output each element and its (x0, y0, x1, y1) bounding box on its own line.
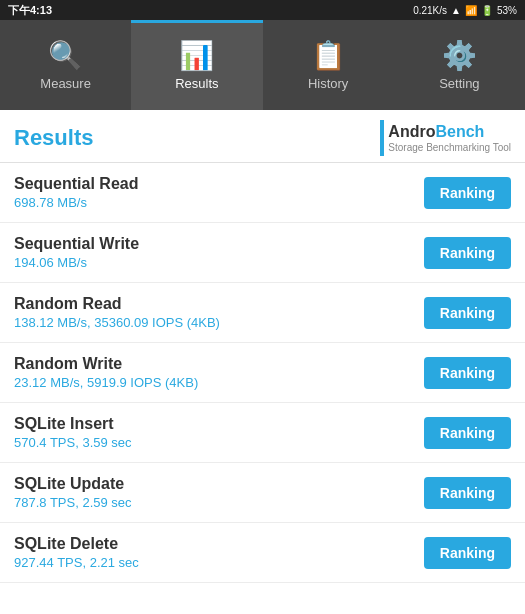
bench-info-2: Random Read 138.12 MB/s, 35360.09 IOPS (… (14, 295, 220, 330)
nav-label-setting: Setting (439, 76, 479, 91)
nav-label-history: History (308, 76, 348, 91)
bench-value-0: 698.78 MB/s (14, 195, 138, 210)
brand-andro: Andro (388, 123, 435, 140)
status-time: 下午4:13 (8, 3, 52, 18)
nav-label-measure: Measure (40, 76, 91, 91)
ranking-button-3[interactable]: Ranking (424, 357, 511, 389)
nav-item-measure[interactable]: 🔍 Measure (0, 20, 131, 110)
bench-value-4: 570.4 TPS, 3.59 sec (14, 435, 132, 450)
brand-name: AndroBench (388, 125, 484, 140)
bench-name-1: Sequential Write (14, 235, 139, 253)
bench-row: Random Write 23.12 MB/s, 5919.9 IOPS (4K… (0, 343, 525, 403)
bench-name-2: Random Read (14, 295, 220, 313)
nav-item-setting[interactable]: ⚙️ Setting (394, 20, 525, 110)
bench-value-1: 194.06 MB/s (14, 255, 139, 270)
bench-name-5: SQLite Update (14, 475, 132, 493)
bench-info-1: Sequential Write 194.06 MB/s (14, 235, 139, 270)
ranking-button-2[interactable]: Ranking (424, 297, 511, 329)
results-icon: 📊 (179, 42, 214, 70)
bench-name-3: Random Write (14, 355, 198, 373)
bench-row: SQLite Insert 570.4 TPS, 3.59 sec Rankin… (0, 403, 525, 463)
battery-pct: 53% (497, 5, 517, 16)
brand-bench: Bench (435, 123, 484, 140)
ranking-button-0[interactable]: Ranking (424, 177, 511, 209)
bench-info-0: Sequential Read 698.78 MB/s (14, 175, 138, 210)
bench-row: SQLite Delete 927.44 TPS, 2.21 sec Ranki… (0, 523, 525, 583)
bench-info-4: SQLite Insert 570.4 TPS, 3.59 sec (14, 415, 132, 450)
results-title: Results (14, 125, 93, 151)
ranking-button-1[interactable]: Ranking (424, 237, 511, 269)
brand-subtitle: Storage Benchmarking Tool (388, 142, 511, 154)
measure-icon: 🔍 (48, 42, 83, 70)
nav-bar: 🔍 Measure 📊 Results 📋 History ⚙️ Setting (0, 20, 525, 110)
brand-logo: AndroBench Storage Benchmarking Tool (380, 120, 511, 156)
ranking-button-6[interactable]: Ranking (424, 537, 511, 569)
bench-name-0: Sequential Read (14, 175, 138, 193)
results-header: Results AndroBench Storage Benchmarking … (0, 110, 525, 163)
nav-label-results: Results (175, 76, 218, 91)
bench-value-2: 138.12 MB/s, 35360.09 IOPS (4KB) (14, 315, 220, 330)
battery-icon: 🔋 (481, 5, 493, 16)
bench-info-5: SQLite Update 787.8 TPS, 2.59 sec (14, 475, 132, 510)
bench-value-3: 23.12 MB/s, 5919.9 IOPS (4KB) (14, 375, 198, 390)
history-icon: 📋 (311, 42, 346, 70)
nav-item-results[interactable]: 📊 Results (131, 20, 262, 110)
signal-icon: ▲ (451, 5, 461, 16)
bench-row: Random Read 138.12 MB/s, 35360.09 IOPS (… (0, 283, 525, 343)
status-right: 0.21K/s ▲ 📶 🔋 53% (413, 5, 517, 16)
bench-value-6: 927.44 TPS, 2.21 sec (14, 555, 139, 570)
bench-row: Sequential Write 194.06 MB/s Ranking (0, 223, 525, 283)
bench-info-6: SQLite Delete 927.44 TPS, 2.21 sec (14, 535, 139, 570)
ranking-button-5[interactable]: Ranking (424, 477, 511, 509)
status-bar: 下午4:13 0.21K/s ▲ 📶 🔋 53% (0, 0, 525, 20)
brand-text: AndroBench Storage Benchmarking Tool (388, 122, 511, 153)
ranking-button-4[interactable]: Ranking (424, 417, 511, 449)
nav-item-history[interactable]: 📋 History (263, 20, 394, 110)
bench-row: Sequential Read 698.78 MB/s Ranking (0, 163, 525, 223)
brand-bar-decoration (380, 120, 384, 156)
bench-name-6: SQLite Delete (14, 535, 139, 553)
content-area: Results AndroBench Storage Benchmarking … (0, 110, 525, 614)
benchmark-list: Sequential Read 698.78 MB/s Ranking Sequ… (0, 163, 525, 583)
wifi-icon: 📶 (465, 5, 477, 16)
bench-info-3: Random Write 23.12 MB/s, 5919.9 IOPS (4K… (14, 355, 198, 390)
bench-row: SQLite Update 787.8 TPS, 2.59 sec Rankin… (0, 463, 525, 523)
setting-icon: ⚙️ (442, 42, 477, 70)
bench-value-5: 787.8 TPS, 2.59 sec (14, 495, 132, 510)
network-speed: 0.21K/s (413, 5, 447, 16)
bench-name-4: SQLite Insert (14, 415, 132, 433)
